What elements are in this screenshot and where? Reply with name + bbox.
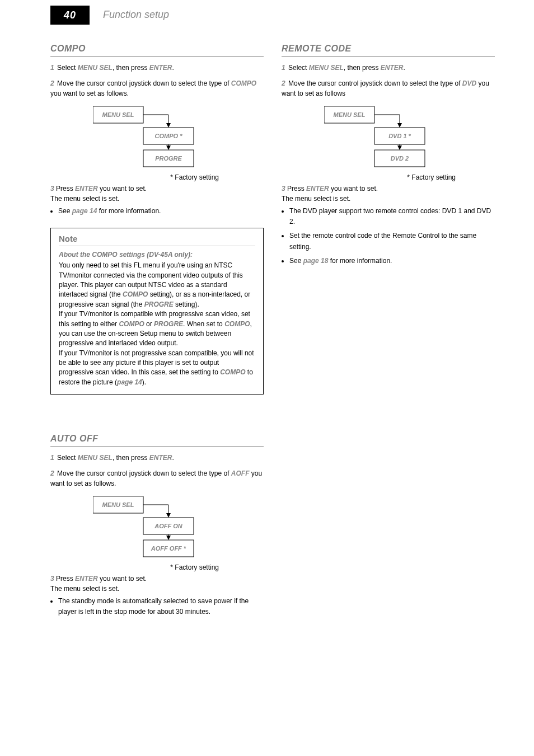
section-title-compo: COMPO: [50, 28, 264, 57]
right-column: REMOTE CODE 1 Select MENU SEL, then pres…: [282, 28, 495, 621]
flow-node-progre: PROGRE: [155, 155, 182, 162]
factory-setting-label: * Factory setting: [282, 173, 456, 181]
text: .: [403, 64, 405, 72]
text: , then press: [113, 64, 149, 72]
svg-marker-14: [166, 536, 171, 540]
menu-set-text: The menu select is set.: [282, 194, 495, 204]
text: or: [144, 320, 154, 328]
menu-set-text: The menu select is set.: [50, 194, 264, 204]
flow-node-compo: COMPO *: [154, 133, 182, 139]
list-item: See page 14 for more information.: [58, 206, 264, 217]
page-header: 40 Function setup: [0, 6, 534, 28]
header-title: Function setup: [103, 6, 169, 21]
menu-sel-label: MENU SEL: [78, 64, 113, 72]
left-column: COMPO 1 Select MENU SEL, then press ENTE…: [50, 28, 264, 621]
svg-marker-19: [397, 123, 402, 128]
remote-flow-diagram: MENU SEL DVD 1 * DVD 2: [282, 106, 495, 168]
enter-label: ENTER: [149, 454, 172, 462]
text: , then press: [344, 64, 381, 72]
autooff-step2: 2 Move the cursor control joystick down …: [50, 468, 264, 489]
text: you want to set.: [329, 185, 378, 192]
enter-label: ENTER: [75, 575, 98, 583]
autooff-step3: 3 Press ENTER you want to set.: [50, 574, 264, 584]
factory-setting-label: * Factory setting: [50, 564, 219, 571]
text: Move the cursor control joystick down to…: [57, 469, 231, 477]
text: you want to set.: [98, 185, 147, 192]
text: Press: [56, 185, 75, 192]
remote-step2: 2 Move the cursor control joystick down …: [282, 78, 495, 98]
text: See: [58, 207, 72, 215]
page-number-box: 40: [50, 6, 90, 25]
flow-node-aoff-off: AOFF OFF *: [150, 545, 186, 552]
compo-label: COMPO: [119, 320, 144, 328]
enter-label: ENTER: [75, 185, 98, 192]
step-number: 1: [50, 64, 54, 72]
enter-label: ENTER: [306, 185, 329, 192]
factory-setting-label: * Factory setting: [50, 173, 219, 181]
remote-step3: 3 Press ENTER you want to set.: [282, 184, 495, 194]
autooff-step1: 1 Select MENU SEL, then press ENTER.: [50, 453, 264, 463]
svg-marker-11: [166, 513, 171, 518]
text: Move the cursor control joystick down to…: [57, 79, 231, 87]
list-item: Set the remote control code of the Remot…: [289, 231, 495, 252]
compo-step3: 3 Press ENTER you want to set.: [50, 184, 264, 194]
list-item: The DVD player support two remote contro…: [289, 206, 495, 227]
flow-node-dvd1: DVD 1 *: [388, 133, 411, 139]
menu-sel-label: MENU SEL: [309, 64, 344, 72]
progre-label: PROGRE: [154, 320, 183, 328]
enter-label: ENTER: [381, 64, 404, 72]
text: Select: [57, 454, 78, 462]
text: Press: [287, 185, 306, 192]
step-number: 3: [282, 185, 285, 192]
step-number: 2: [50, 469, 54, 477]
step-number: 1: [282, 64, 285, 72]
text: ).: [142, 378, 146, 386]
text: setting).: [174, 300, 199, 308]
text: for more information.: [328, 257, 392, 265]
flow-node-aoff-on: AOFF ON: [154, 523, 183, 529]
page-ref: page 14: [117, 378, 142, 386]
compo-step1: 1 Select MENU SEL, then press ENTER.: [50, 63, 264, 73]
text: , then press: [113, 454, 149, 462]
step-number: 1: [50, 454, 54, 462]
aoff-label: AOFF: [231, 469, 250, 477]
autooff-flow-diagram: MENU SEL AOFF ON AOFF OFF *: [50, 496, 264, 558]
columns: COMPO 1 Select MENU SEL, then press ENTE…: [0, 28, 534, 621]
note-divider: [59, 246, 255, 246]
note-title: Note: [59, 234, 255, 243]
step-number: 2: [282, 79, 285, 87]
compo-flow-diagram: MENU SEL COMPO * PROGRE: [50, 106, 264, 168]
svg-marker-6: [166, 145, 171, 150]
compo-label: COMPO: [123, 290, 148, 298]
compo-label: COMPO: [224, 320, 250, 328]
note-paragraph-1: You only need to set this FL menu if you…: [59, 261, 255, 309]
flow-node-dvd2: DVD 2: [390, 155, 408, 162]
page-ref: page 14: [72, 207, 97, 215]
compo-step2: 2 Move the cursor control joystick down …: [50, 78, 264, 98]
enter-label: ENTER: [149, 64, 172, 72]
text: .: [172, 454, 174, 462]
flow-node-menusel: MENU SEL: [102, 111, 134, 118]
svg-marker-22: [397, 145, 402, 150]
text: Press: [56, 575, 75, 583]
text: . When set to: [183, 320, 224, 328]
note-paragraph-2: If your TV/monitor is compatible with pr…: [59, 309, 255, 349]
flow-node-menusel: MENU SEL: [333, 111, 365, 118]
list-item: See page 18 for more information.: [289, 256, 495, 266]
section-title-autooff: AUTO OFF: [50, 395, 264, 447]
note-subtitle: About the COMPO settings (DV-45A only):: [59, 251, 255, 259]
compo-label: COMPO: [231, 79, 256, 87]
menu-sel-label: MENU SEL: [78, 454, 113, 462]
step-number: 2: [50, 79, 54, 87]
page-number: 40: [64, 10, 76, 21]
remote-step1: 1 Select MENU SEL, then press ENTER.: [282, 63, 495, 73]
note-paragraph-3: If your TV/monitor is not progressive sc…: [59, 349, 255, 388]
compo-label: COMPO: [220, 368, 245, 376]
note-box: Note About the COMPO settings (DV-45A on…: [50, 228, 264, 395]
text: .: [172, 64, 174, 72]
text: you want to set as follows.: [50, 90, 129, 97]
text: Select: [288, 64, 309, 72]
page-ref: page 18: [303, 257, 329, 265]
step-number: 3: [50, 185, 54, 192]
flow-node-menusel: MENU SEL: [102, 501, 134, 508]
